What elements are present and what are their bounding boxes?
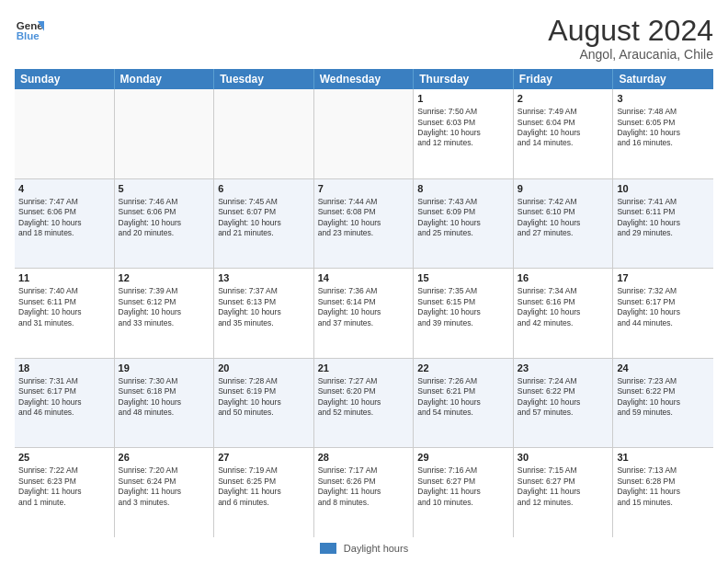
day-info-line: Sunrise: 7:16 AM [417, 465, 509, 476]
day-info-line: Sunset: 6:03 PM [417, 118, 509, 128]
day-number: 24 [617, 362, 710, 375]
day-info-line: Daylight: 10 hours [218, 218, 310, 228]
day-info-line: Daylight: 10 hours [617, 307, 710, 317]
day-info-line: Daylight: 10 hours [18, 218, 110, 228]
day-info-line: Sunset: 6:08 PM [318, 207, 410, 217]
day-info-line: and 35 minutes. [218, 318, 310, 328]
day-info-line: Daylight: 10 hours [18, 307, 110, 317]
day-info-line: Sunrise: 7:41 AM [617, 197, 710, 207]
day-info-line: Sunset: 6:17 PM [18, 386, 110, 396]
day-info-line: Sunset: 6:27 PM [518, 477, 609, 487]
day-number: 1 [417, 92, 509, 106]
day-info-line: Sunrise: 7:44 AM [318, 197, 410, 207]
day-info-line: Sunset: 6:22 PM [518, 386, 609, 396]
header-day-tuesday: Tuesday [214, 69, 314, 89]
day-info-line: and 33 minutes. [119, 318, 210, 328]
day-info-line: Daylight: 10 hours [318, 397, 410, 408]
cal-cell-19: 19Sunrise: 7:30 AMSunset: 6:18 PMDayligh… [115, 359, 215, 448]
calendar-header: SundayMondayTuesdayWednesdayThursdayFrid… [15, 69, 713, 89]
calendar: SundayMondayTuesdayWednesdayThursdayFrid… [15, 69, 713, 537]
cal-cell-26: 26Sunrise: 7:20 AMSunset: 6:24 PMDayligh… [115, 448, 215, 537]
day-number: 12 [119, 271, 210, 285]
day-info-line: Sunset: 6:12 PM [119, 297, 210, 307]
day-info-line: Sunrise: 7:39 AM [119, 286, 210, 296]
day-info-line: and 31 minutes. [18, 318, 110, 328]
day-info-line: Sunrise: 7:24 AM [518, 376, 609, 386]
day-info-line: and 25 minutes. [417, 228, 509, 238]
day-info-line: and 39 minutes. [417, 318, 509, 328]
cal-cell-9: 9Sunrise: 7:42 AMSunset: 6:10 PMDaylight… [514, 179, 614, 269]
day-info-line: Sunrise: 7:32 AM [617, 286, 710, 296]
day-info-line: Sunset: 6:21 PM [417, 386, 509, 396]
day-info-line: and 44 minutes. [617, 318, 710, 328]
day-info-line: Daylight: 10 hours [617, 397, 710, 408]
header-day-sunday: Sunday [15, 69, 115, 89]
day-number: 5 [119, 182, 210, 196]
logo: General Blue [15, 15, 44, 44]
cal-cell-25: 25Sunrise: 7:22 AMSunset: 6:23 PMDayligh… [15, 448, 115, 537]
day-number: 10 [617, 182, 710, 196]
day-number: 11 [18, 271, 110, 285]
day-number: 16 [518, 271, 609, 285]
day-number: 31 [617, 451, 710, 465]
day-number: 30 [518, 451, 609, 465]
day-info-line: and 52 minutes. [318, 408, 410, 418]
day-info-line: Daylight: 11 hours [617, 487, 710, 497]
cal-cell-3: 3Sunrise: 7:48 AMSunset: 6:05 PMDaylight… [613, 89, 713, 178]
day-info-line: and 3 minutes. [119, 498, 210, 508]
day-info-line: and 27 minutes. [518, 228, 609, 238]
calendar-row-4: 25Sunrise: 7:22 AMSunset: 6:23 PMDayligh… [15, 448, 713, 537]
day-info-line: Daylight: 10 hours [518, 128, 609, 138]
day-info-line: Sunrise: 7:37 AM [218, 286, 310, 296]
day-info-line: and 8 minutes. [318, 498, 410, 508]
day-info-line: Daylight: 10 hours [218, 307, 310, 317]
day-info-line: Sunset: 6:10 PM [518, 207, 609, 217]
day-info-line: Daylight: 10 hours [119, 307, 210, 317]
day-info-line: Daylight: 10 hours [318, 307, 410, 317]
day-info-line: Sunrise: 7:50 AM [417, 107, 509, 117]
header-day-monday: Monday [115, 69, 215, 89]
day-info-line: Sunset: 6:15 PM [417, 297, 509, 307]
day-info-line: Sunrise: 7:49 AM [518, 107, 609, 117]
day-info-line: and 15 minutes. [617, 498, 710, 508]
cal-cell-10: 10Sunrise: 7:41 AMSunset: 6:11 PMDayligh… [613, 179, 713, 269]
day-info-line: and 57 minutes. [518, 408, 609, 418]
day-info-line: Sunrise: 7:13 AM [617, 465, 710, 476]
day-info-line: Sunset: 6:25 PM [218, 477, 310, 487]
day-number: 7 [318, 182, 410, 196]
day-info-line: Daylight: 11 hours [518, 487, 609, 497]
day-info-line: and 23 minutes. [318, 228, 410, 238]
day-info-line: Daylight: 10 hours [417, 128, 509, 138]
day-info-line: and 48 minutes. [119, 408, 210, 418]
day-info-line: Daylight: 11 hours [318, 487, 410, 497]
cal-cell-4: 4Sunrise: 7:47 AMSunset: 6:06 PMDaylight… [15, 179, 115, 269]
header-day-saturday: Saturday [613, 69, 713, 89]
day-number: 29 [417, 451, 509, 465]
day-info-line: Sunset: 6:05 PM [617, 118, 710, 128]
day-number: 18 [18, 362, 110, 375]
logo-icon: General Blue [15, 15, 44, 44]
cal-cell-5: 5Sunrise: 7:46 AMSunset: 6:06 PMDaylight… [115, 179, 215, 269]
header-day-thursday: Thursday [414, 69, 514, 89]
cal-cell-18: 18Sunrise: 7:31 AMSunset: 6:17 PMDayligh… [15, 359, 115, 448]
day-info-line: and 12 minutes. [518, 498, 609, 508]
day-info-line: Daylight: 10 hours [417, 307, 509, 317]
day-info-line: Sunset: 6:26 PM [318, 477, 410, 487]
calendar-body: 1Sunrise: 7:50 AMSunset: 6:03 PMDaylight… [15, 89, 713, 537]
day-info-line: Sunrise: 7:45 AM [218, 197, 310, 207]
day-info-line: Sunset: 6:20 PM [318, 386, 410, 396]
day-number: 22 [417, 362, 509, 375]
day-info-line: and 37 minutes. [318, 318, 410, 328]
day-number: 27 [218, 451, 310, 465]
cal-cell-29: 29Sunrise: 7:16 AMSunset: 6:27 PMDayligh… [414, 448, 514, 537]
header: General Blue August 2024 Angol, Araucani… [15, 15, 713, 62]
cal-cell-23: 23Sunrise: 7:24 AMSunset: 6:22 PMDayligh… [514, 359, 614, 448]
day-info-line: and 21 minutes. [218, 228, 310, 238]
footer: Daylight hours [15, 537, 713, 554]
cal-cell-11: 11Sunrise: 7:40 AMSunset: 6:11 PMDayligh… [15, 269, 115, 358]
day-number: 26 [119, 451, 210, 465]
day-number: 15 [417, 271, 509, 285]
day-info-line: Daylight: 10 hours [417, 397, 509, 408]
day-info-line: and 59 minutes. [617, 408, 710, 418]
day-info-line: Sunset: 6:11 PM [18, 297, 110, 307]
